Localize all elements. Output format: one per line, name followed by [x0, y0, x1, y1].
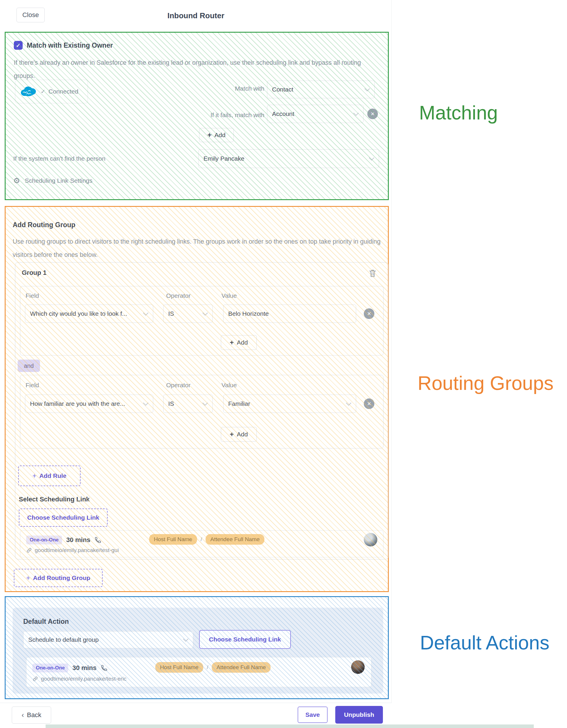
- rule2-operator-value: IS: [168, 400, 174, 407]
- attendee-name-tag: Attendee Full Name: [212, 662, 271, 673]
- chevron-down-icon: [202, 400, 208, 405]
- fallback-match-select[interactable]: Account: [267, 105, 363, 123]
- rule1-operator-value: IS: [168, 310, 174, 317]
- default-action-section: Default Action Schedule to default group…: [5, 596, 389, 699]
- salesforce-logo-icon: [19, 85, 38, 98]
- value-label: Value: [222, 382, 237, 389]
- match-with-select[interactable]: Contact: [267, 81, 375, 98]
- phone-icon: [101, 664, 108, 672]
- operator-label: Operator: [166, 292, 191, 299]
- rule1-operator-select[interactable]: IS: [163, 305, 213, 323]
- chevron-down-icon: [353, 110, 358, 116]
- chevron-down-icon: [143, 310, 148, 315]
- remove-fallback-button[interactable]: ✕: [367, 109, 378, 119]
- matching-description: If there's already an owner in Salesforc…: [14, 56, 381, 83]
- meeting-type-badge: One-on-One: [32, 664, 68, 672]
- routing-group-panel: Group 1 Field Operator Value Which city …: [15, 262, 388, 559]
- default-scheduling-link-card[interactable]: One-on-One 30 mins Host Full Name / Atte…: [26, 657, 371, 687]
- rule1-add-condition-button[interactable]: + Add: [221, 335, 257, 350]
- rule2-operator-select[interactable]: IS: [163, 395, 213, 413]
- default-choose-scheduling-link-button[interactable]: Choose Scheduling Link: [199, 630, 291, 649]
- rule1-value-input[interactable]: Belo Horizonte: [223, 305, 356, 323]
- value-label: Value: [222, 292, 237, 299]
- match-with-label: Match with: [170, 85, 265, 92]
- rule2-value-select[interactable]: Familiar: [223, 395, 356, 413]
- select-scheduling-link-label: Select Scheduling Link: [19, 496, 90, 503]
- chevron-down-icon: [202, 310, 208, 315]
- not-found-person-value: Emily Pancake: [204, 155, 245, 162]
- rule2-value: Familiar: [228, 400, 250, 407]
- attendee-name-tag: Attendee Full Name: [206, 534, 265, 545]
- group-title: Group 1: [22, 269, 46, 277]
- fallback-match-label: If it fails, match with: [170, 112, 265, 119]
- tag-separator: /: [201, 536, 202, 543]
- default-action-value: Schedule to default group: [28, 636, 99, 643]
- save-button[interactable]: Save: [297, 707, 327, 723]
- add-routing-group-button[interactable]: + Add Routing Group: [14, 569, 103, 587]
- annotation-routing-groups: Routing Groups: [418, 372, 553, 394]
- default-action-panel: Default Action Schedule to default group…: [13, 608, 383, 694]
- inbound-router-panel: Close Inbound Router ✓ Match with Existi…: [0, 0, 392, 728]
- plus-icon: +: [26, 574, 30, 582]
- delete-group-icon[interactable]: [369, 269, 376, 278]
- plus-icon: +: [230, 339, 234, 346]
- phone-icon: [94, 536, 102, 543]
- rule-box-2: Field Operator Value How familiar are yo…: [20, 375, 383, 448]
- operator-label: Operator: [166, 382, 191, 389]
- scheduling-link-settings-label: Scheduling Link Settings: [25, 177, 92, 184]
- annotation-matching: Matching: [419, 102, 498, 124]
- tag-separator: /: [207, 664, 208, 671]
- not-found-label: If the system can't find the person: [13, 155, 105, 162]
- close-icon: ✕: [367, 401, 371, 407]
- close-icon: ✕: [367, 311, 371, 317]
- unpublish-button[interactable]: Unpublish: [335, 706, 383, 724]
- choose-scheduling-link-button[interactable]: Choose Scheduling Link: [19, 508, 108, 527]
- default-action-title: Default Action: [23, 618, 69, 626]
- plus-icon: +: [207, 132, 212, 139]
- close-icon: ✕: [370, 111, 375, 117]
- add-match-button[interactable]: + Add: [199, 128, 234, 142]
- add-rule-label: Add Rule: [39, 472, 67, 479]
- rule1-value: Belo Horizonte: [228, 310, 269, 317]
- add-match-label: Add: [215, 132, 225, 139]
- chevron-down-icon: [346, 400, 351, 405]
- host-avatar: [364, 533, 377, 546]
- gear-icon: ⚙: [13, 177, 20, 185]
- rule2-add-condition-button[interactable]: + Add: [221, 427, 257, 442]
- host-name-tag: Host Full Name: [155, 662, 203, 673]
- match-existing-owner-checkbox[interactable]: ✓: [14, 41, 23, 50]
- rule-box-1: Field Operator Value Which city would yo…: [20, 286, 383, 355]
- page-title: Inbound Router: [0, 11, 392, 20]
- scheduling-link-card[interactable]: One-on-One 30 mins Host Full Name / Atte…: [20, 530, 383, 557]
- remove-rule2-button[interactable]: ✕: [364, 398, 374, 409]
- host-name-tag: Host Full Name: [149, 534, 197, 545]
- rule1-field-select[interactable]: Which city would you like to look f...: [25, 305, 153, 323]
- meeting-duration: 30 mins: [72, 664, 97, 672]
- meeting-type-badge: One-on-One: [26, 536, 62, 544]
- add-rule-button[interactable]: + Add Rule: [18, 466, 81, 486]
- rule2-field-value: How familiar are you with the are...: [30, 400, 125, 407]
- check-icon: ✓: [16, 42, 21, 49]
- link-icon: [26, 547, 32, 553]
- link-icon: [32, 676, 38, 682]
- host-avatar: [351, 660, 365, 674]
- back-button[interactable]: ‹ Back: [12, 707, 51, 724]
- plus-icon: +: [230, 431, 234, 438]
- not-found-person-select[interactable]: Emily Pancake: [199, 149, 379, 168]
- chevron-down-icon: [364, 86, 370, 91]
- meeting-duration: 30 mins: [66, 536, 90, 544]
- annotation-default-actions: Default Actions: [420, 631, 549, 654]
- chevron-down-icon: [369, 155, 374, 160]
- chevron-down-icon: [183, 636, 188, 641]
- rule1-field-value: Which city would you like to look f...: [30, 310, 127, 317]
- back-chevron-icon: ‹: [22, 711, 24, 719]
- remove-rule1-button[interactable]: ✕: [364, 308, 374, 319]
- default-action-select[interactable]: Schedule to default group: [23, 631, 193, 648]
- plus-icon: +: [32, 472, 36, 480]
- chevron-down-icon: [143, 400, 148, 405]
- rule2-field-select[interactable]: How familiar are you with the are...: [25, 395, 153, 413]
- rule2-add-label: Add: [237, 431, 248, 438]
- footer-strip: [46, 724, 534, 728]
- scheduling-link-settings[interactable]: ⚙ Scheduling Link Settings: [13, 177, 92, 185]
- salesforce-connection-badge[interactable]: ✓ Connected: [15, 80, 88, 103]
